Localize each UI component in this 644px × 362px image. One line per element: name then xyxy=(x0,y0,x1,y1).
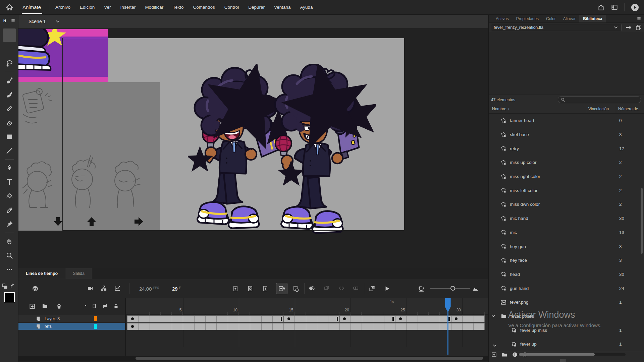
frame-span[interactable] xyxy=(395,315,451,322)
library-item-miss-up-color[interactable]: miss up color2 xyxy=(489,156,644,170)
tool-eraser[interactable] xyxy=(3,116,16,129)
fit-timeline-icon[interactable] xyxy=(471,285,479,292)
frame-span[interactable] xyxy=(339,315,395,322)
app-tab-animate[interactable]: Animate xyxy=(18,0,50,15)
new-layer-icon[interactable] xyxy=(29,303,36,310)
frame-span[interactable] xyxy=(283,315,339,322)
layer-color-swatch[interactable] xyxy=(94,316,97,321)
column-count[interactable]: Número de... xyxy=(618,107,641,111)
menu-item-comandos[interactable]: Comandos xyxy=(193,5,215,10)
frame-ruler[interactable]: 510152025301s xyxy=(126,298,488,315)
timeline-tab-línea-de-tiempo[interactable]: Línea de tiempo xyxy=(18,268,65,279)
tool-selection[interactable] xyxy=(3,28,16,42)
resize-grip[interactable] xyxy=(560,359,566,362)
library-item-fever-up-miss[interactable]: fever up miss1 xyxy=(489,323,644,337)
play-icon[interactable] xyxy=(383,285,391,292)
graph-editor-icon[interactable] xyxy=(114,285,121,292)
new-layer-folder-icon[interactable] xyxy=(41,303,49,309)
library-item-tanner-heart[interactable]: tanner heart0 xyxy=(489,114,644,128)
track-row-refs[interactable] xyxy=(126,323,488,330)
column-name[interactable]: Nombre ↓ xyxy=(492,107,509,111)
library-item-head[interactable]: head30 xyxy=(489,267,644,282)
tool-pencil[interactable] xyxy=(3,102,16,115)
camera-icon[interactable] xyxy=(87,285,94,292)
layers-stack-icon[interactable] xyxy=(31,285,39,292)
home-button[interactable] xyxy=(0,0,18,15)
frame-span[interactable] xyxy=(127,315,283,322)
document-selector[interactable]: fever_frenzy_recreation.fla xyxy=(491,24,622,31)
tool-zoom[interactable] xyxy=(3,249,16,262)
outline-layers-icon[interactable] xyxy=(91,303,97,309)
tool-free-transform[interactable] xyxy=(3,43,16,56)
current-frame-display[interactable]: 29 F xyxy=(172,286,181,292)
highlight-layers-icon[interactable] xyxy=(83,303,88,308)
layer-hierarchy-icon[interactable] xyxy=(100,285,107,292)
timeline-zoom-slider[interactable] xyxy=(430,288,470,289)
tool-eyedropper[interactable] xyxy=(3,203,16,217)
tool-line[interactable] xyxy=(3,144,16,158)
tool-rectangle[interactable] xyxy=(3,130,16,143)
library-item-fever-png[interactable]: fever.png1 xyxy=(489,295,644,309)
fps-display[interactable]: 24.00 FPS xyxy=(139,286,159,292)
menu-item-edición[interactable]: Edición xyxy=(80,5,95,10)
panel-tab-propiedades[interactable]: Propiedades xyxy=(513,15,542,22)
scene-name[interactable]: Scene 1 xyxy=(29,19,46,24)
lock-layers-icon[interactable] xyxy=(113,303,119,309)
layer-row-refs[interactable]: refs xyxy=(18,323,125,330)
menu-item-texto[interactable]: Texto xyxy=(173,5,183,10)
library-item-hey-face[interactable]: hey face3 xyxy=(489,253,644,267)
library-item-mic-hand[interactable]: mic hand30 xyxy=(489,212,644,226)
library-item-skel-base[interactable]: skel base3 xyxy=(489,128,644,142)
scrollbar-thumb[interactable] xyxy=(136,357,483,360)
new-symbol-icon[interactable] xyxy=(491,352,497,358)
timeline-tab-salida[interactable]: Salida xyxy=(65,268,92,279)
library-item-miss-right-color[interactable]: miss right color2 xyxy=(489,170,644,184)
new-library-panel-icon[interactable] xyxy=(635,24,642,31)
track-row-layer_3[interactable] xyxy=(126,315,488,323)
panel-menu-icon[interactable] xyxy=(637,16,641,21)
tool-pin[interactable] xyxy=(3,218,16,231)
library-item-fever-up[interactable]: fever up1 xyxy=(489,337,644,351)
frame-span[interactable] xyxy=(127,323,485,330)
onion-skin-icon[interactable] xyxy=(308,285,316,292)
library-item-gun-hand[interactable]: gun hand24 xyxy=(489,281,644,295)
library-item-hey-gun[interactable]: hey gun3 xyxy=(489,239,644,253)
onion-markers-icon[interactable] xyxy=(338,285,345,292)
tool-fluid-brush[interactable] xyxy=(3,74,16,87)
menu-item-control[interactable]: Control xyxy=(224,5,239,10)
insert-blank-keyframe-icon[interactable] xyxy=(247,285,254,292)
insert-keyframe-icon[interactable] xyxy=(232,285,239,292)
panel-tab-biblioteca[interactable]: Biblioteca xyxy=(579,15,606,22)
canvas-pasteboard[interactable] xyxy=(18,28,488,268)
library-item-mic[interactable]: mic13 xyxy=(489,226,644,240)
scene-chevron-icon[interactable] xyxy=(55,19,60,24)
panel-tab-alinear[interactable]: Alinear xyxy=(559,15,579,22)
zoom-slider-knob[interactable] xyxy=(450,286,455,291)
menu-item-ver[interactable]: Ver xyxy=(104,5,111,10)
search-input[interactable] xyxy=(558,96,641,103)
delete-layer-icon[interactable] xyxy=(56,303,62,310)
column-separator[interactable] xyxy=(587,105,587,113)
menu-item-depurar[interactable]: Depurar xyxy=(248,5,265,10)
default-colors-icon[interactable] xyxy=(1,283,8,290)
panel-tab-activos[interactable]: Activos xyxy=(492,15,513,22)
test-movie-icon[interactable] xyxy=(631,3,639,12)
tool-more[interactable] xyxy=(3,263,16,276)
keyframe-dot[interactable] xyxy=(287,317,290,320)
window-horizontal-scrollbar[interactable] xyxy=(18,356,488,361)
loop-playback-icon[interactable] xyxy=(368,285,376,292)
column-link[interactable]: Vinculación xyxy=(588,107,609,111)
properties-icon[interactable] xyxy=(512,352,518,358)
tool-text[interactable] xyxy=(3,175,16,189)
panel-menu-icon[interactable] xyxy=(11,18,15,23)
offstage-artwork[interactable] xyxy=(18,29,108,82)
folder-expand-chevron-icon[interactable] xyxy=(491,313,496,319)
keyframe-dot[interactable] xyxy=(131,325,134,328)
tool-paint-bucket[interactable] xyxy=(3,189,16,203)
fill-color-swatch[interactable] xyxy=(4,292,15,302)
collapse-chevron-icon[interactable] xyxy=(492,343,497,348)
onion-outline-icon[interactable] xyxy=(352,285,359,292)
tool-classic-brush[interactable] xyxy=(3,88,16,101)
panel-tab-color[interactable]: Color xyxy=(542,15,559,22)
column-separator[interactable] xyxy=(616,105,616,113)
